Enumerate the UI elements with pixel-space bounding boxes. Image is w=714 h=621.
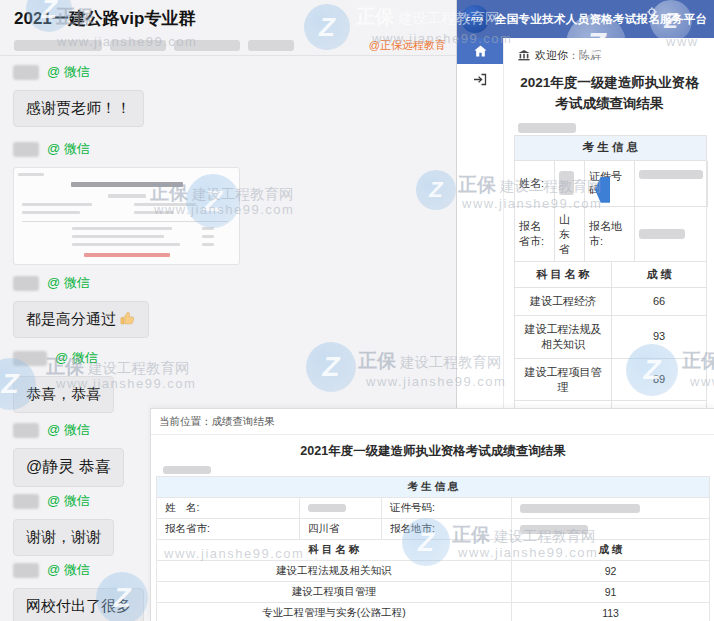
score-row: 建设工程项目管理 89: [515, 359, 706, 402]
id-label: 证件号码:: [382, 498, 512, 519]
candidate-info-header: 考 生 信 息: [515, 136, 706, 161]
sender-name-suffix: @ 微信: [47, 492, 90, 510]
message-bubble: 都是高分通过: [13, 301, 149, 338]
redacted-city: [520, 525, 588, 534]
chat-message: @ 微信 谢谢，谢谢: [13, 493, 114, 556]
breadcrumb: 当前位置：成绩查询结果: [151, 409, 714, 435]
redacted-print-link: [518, 123, 576, 133]
score-cell: 91: [512, 582, 709, 603]
candidate-name-row: 姓名: 证件号码:: [515, 161, 706, 207]
score-result-panel: 当前位置：成绩查询结果 2021年度一级建造师执业资格考试成绩查询结果 考 生 …: [150, 408, 714, 621]
avatar[interactable]: [13, 65, 39, 80]
score-cell: 93: [612, 316, 706, 359]
subject-cell: 建设工程项目管理: [157, 582, 512, 603]
redacted-announcement-text: [110, 40, 166, 51]
chat-message: @ 微信 都是高分通过: [13, 275, 149, 338]
sidebar-item-home[interactable]: [457, 38, 503, 64]
portal-result-title: 2021年度一级建造师执业资格 考试成绩查询结果: [504, 73, 714, 115]
province-label: 报名省市:: [157, 519, 300, 540]
city-label: 报名地市:: [585, 207, 635, 263]
sender-name-suffix: @ 微信: [47, 421, 90, 439]
redacted-announcement-text: [248, 40, 294, 51]
exam-portal-panel: CPTA 全国专业技术人员资格考试报名服务平台 欢迎你：陈辉 2021年度一级建…: [456, 0, 714, 410]
score-header-row: 科 目 名 称 成 绩: [157, 540, 709, 561]
message-bubble: 谢谢，谢谢: [13, 519, 114, 556]
candidate-region-row: 报名省市: 四川省 报名地市:: [157, 519, 709, 540]
institution-icon: [518, 50, 530, 61]
settings-icon[interactable]: [647, 3, 657, 21]
logout-button[interactable]: [457, 73, 503, 86]
avatar[interactable]: [13, 494, 39, 509]
group-announcement: @正保远程教育: [14, 39, 446, 52]
city-label: 报名地市:: [382, 519, 512, 540]
score-row: 建设工程法规及相关知识 93: [515, 316, 706, 359]
redacted-id-number: [520, 504, 640, 513]
candidate-info-header: 考 生 信 息: [157, 477, 709, 498]
chat-image-exam-result[interactable]: [13, 167, 240, 265]
redacted-name: [559, 171, 574, 195]
score-cell: 113: [512, 603, 709, 621]
thumbs-up-emoji: [119, 310, 136, 327]
score-row: 专业工程管理与实务(公路工程) 113: [157, 603, 709, 621]
watermark-logo-icon: Z: [416, 170, 456, 210]
redacted-city: [639, 229, 685, 239]
result-score-table: 考 生 信 息 姓 名: 证件号码: 报名省市: 四川省 报名地市: 科 目 名…: [156, 476, 710, 621]
sender-name-suffix: @ 微信: [47, 63, 90, 81]
sender-name-suffix: @ 微信: [47, 561, 90, 579]
redacted-id-number: [639, 170, 703, 179]
portal-main: 欢迎你：陈辉 2021年度一级建造师执业资格 考试成绩查询结果 考 生 信 息 …: [504, 38, 714, 410]
subject-cell: 建设工程法规及相关知识: [157, 561, 512, 582]
message-bubble: 网校付出了很多: [13, 588, 144, 621]
score-row: 建设工程项目管理 91: [157, 582, 709, 603]
welcome-text: 欢迎你：陈辉: [535, 48, 601, 63]
name-label: 姓名:: [515, 161, 555, 207]
score-row: 建设工程经济 66: [515, 288, 706, 316]
subject-cell: 建设工程项目管理: [515, 359, 612, 402]
subject-cell: 建设工程经济: [515, 288, 612, 316]
welcome-bar: 欢迎你：陈辉: [504, 38, 714, 63]
avatar[interactable]: [13, 276, 39, 291]
chat-header: 2021一建公路vip专业群 @正保远程教育: [0, 0, 456, 56]
message-bubble: @静灵 恭喜: [13, 448, 124, 487]
score-header: 成 绩: [612, 262, 706, 288]
name-label: 姓 名:: [157, 498, 300, 519]
watermark-logo-icon: Z: [306, 342, 356, 392]
portal-header: CPTA 全国专业技术人员资格考试报名服务平台: [457, 0, 714, 38]
score-cell: 92: [512, 561, 709, 582]
subject-header: 科 目 名 称: [157, 540, 512, 561]
sender-name-suffix: @ 微信: [47, 274, 90, 292]
avatar[interactable]: [13, 142, 39, 157]
announcement-mention-link[interactable]: @正保远程教育: [369, 38, 446, 53]
candidate-name-row: 姓 名: 证件号码:: [157, 498, 709, 519]
subject-header: 科 目 名 称: [515, 262, 612, 288]
chat-message: @ 微信 恭喜，恭喜: [13, 350, 114, 413]
result-title: 2021年度一级建造师执业资格考试成绩查询结果: [151, 443, 714, 460]
sender-name-suffix: @ 微信: [55, 349, 98, 367]
candidate-region-row: 报名省市: 山东省 报名地市:: [515, 207, 706, 263]
portal-sidebar: [457, 38, 504, 410]
portal-score-table: 考 生 信 息 姓名: 证件号码: 报名省市: 山东省 报名地市: 科 目 名 …: [514, 135, 707, 444]
chat-message: @ 微信 @静灵 恭喜: [13, 422, 124, 487]
redacted-announcement-text: [14, 40, 102, 51]
avatar[interactable]: [13, 423, 39, 438]
screenshot-root: 2021一建公路vip专业群 @正保远程教育 @ 微信 感谢贾老师！！ @ 微信: [0, 0, 714, 621]
portal-title: 全国专业技术人员资格考试报名服务平台: [495, 12, 707, 27]
province-label: 报名省市:: [515, 207, 555, 263]
chat-message: @ 微信: [13, 141, 240, 265]
province-value: 山东省: [555, 207, 585, 263]
sender-name-suffix: @ 微信: [47, 140, 90, 158]
subject-cell: 建设工程法规及相关知识: [515, 316, 612, 359]
score-header: 成 绩: [512, 540, 709, 561]
score-row: 建设工程法规及相关知识 92: [157, 561, 709, 582]
chat-group-title: 2021一建公路vip专业群: [14, 7, 195, 30]
chat-message: @ 微信 感谢贾老师！！: [13, 64, 144, 127]
message-bubble: 恭喜，恭喜: [13, 376, 114, 413]
home-icon: [474, 45, 487, 57]
message-bubble: 感谢贾老师！！: [13, 90, 144, 127]
score-cell: 66: [612, 288, 706, 316]
avatar[interactable]: [13, 351, 47, 366]
chat-message: @ 微信 网校付出了很多: [13, 562, 144, 621]
cpta-logo-icon: CPTA: [461, 5, 489, 33]
redacted-name: [308, 504, 346, 512]
avatar[interactable]: [13, 563, 39, 578]
